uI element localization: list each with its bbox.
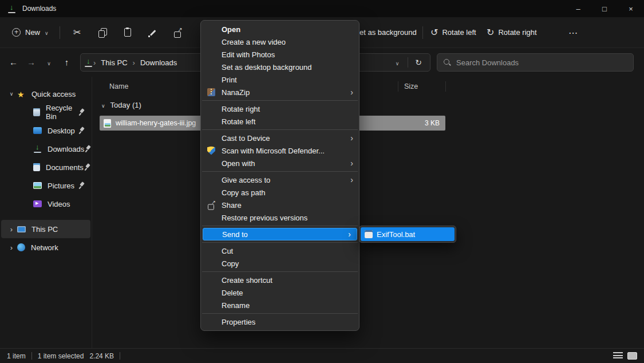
chevron-icon[interactable] <box>6 225 17 234</box>
thumbnail-view-icon[interactable] <box>627 352 637 360</box>
context-menu-item[interactable]: Send to <box>203 228 357 240</box>
forward-button[interactable] <box>22 54 40 72</box>
context-menu-item[interactable]: Rotate right <box>201 102 359 115</box>
context-menu-item[interactable]: Scan with Microsoft Defender... <box>201 144 359 157</box>
rename-button[interactable] <box>140 23 165 42</box>
context-menu-item[interactable]: Rename <box>201 299 359 311</box>
sidebar-item[interactable]: Network <box>1 238 90 257</box>
sidebar-item-label: Desktop <box>48 127 75 135</box>
context-menu-item[interactable]: Copy as path <box>201 186 359 199</box>
recent-locations-button[interactable] <box>40 54 58 72</box>
sidebar-item-label: This PC <box>31 225 58 234</box>
menu-item-label: NanaZip <box>222 88 250 97</box>
context-menu-item[interactable]: Properties <box>201 315 359 328</box>
context-menu-item[interactable]: Set as desktop background <box>201 61 359 73</box>
status-divider <box>120 352 120 360</box>
pin-icon <box>84 145 91 152</box>
context-menu-item[interactable]: Edit with Photos <box>201 48 359 61</box>
submenu-arrow-icon <box>350 133 353 143</box>
sidebar-item[interactable]: Quick access <box>1 85 90 103</box>
sidebar-item[interactable]: Pictures <box>1 176 90 195</box>
context-menu-item[interactable]: Cut <box>201 244 359 257</box>
context-menu-item[interactable]: Print <box>201 73 359 86</box>
rotate-left-label: Rotate left <box>442 28 476 37</box>
context-menu-item[interactable]: Share <box>201 199 359 211</box>
file-explorer-window: Downloads – □ × New et as background Rot… <box>0 0 644 363</box>
context-menu-item[interactable]: Open with <box>201 157 359 169</box>
view-toggles <box>613 352 637 360</box>
column-divider[interactable] <box>398 81 398 92</box>
context-menu-item[interactable]: Rotate left <box>201 115 359 128</box>
minimize-button[interactable]: – <box>565 0 591 17</box>
close-button[interactable]: × <box>618 0 644 17</box>
more-options-button[interactable] <box>563 23 583 42</box>
copy-button[interactable] <box>90 23 115 42</box>
paste-button[interactable] <box>115 23 140 42</box>
context-menu-item[interactable]: Delete <box>201 286 359 299</box>
column-divider[interactable] <box>445 81 446 92</box>
sidebar-item[interactable]: Videos <box>1 195 90 213</box>
menu-item-icon <box>207 88 215 96</box>
search-input[interactable] <box>456 58 627 67</box>
context-menu-item[interactable]: Create shortcut <box>201 274 359 286</box>
context-menu-item[interactable]: Open <box>201 23 359 35</box>
rename-icon <box>148 28 157 37</box>
breadcrumb-this-pc[interactable]: This PC <box>96 58 132 67</box>
menu-item-label: Set as desktop background <box>222 63 312 72</box>
sidebar-item-label: Recycle Bin <box>46 104 78 121</box>
up-button[interactable] <box>58 54 76 72</box>
menu-item-label: Cut <box>222 247 233 255</box>
search-box[interactable] <box>437 53 634 72</box>
set-as-background-button-clipped[interactable]: et as background <box>359 17 417 48</box>
context-menu-item[interactable]: Cast to Device <box>201 132 359 144</box>
pin-icon <box>78 109 85 116</box>
sidebar-item-icon <box>17 90 26 98</box>
submenu-arrow-icon <box>348 230 351 239</box>
details-view-icon[interactable] <box>613 352 623 360</box>
sidebar-item-label: Videos <box>48 200 70 208</box>
status-bar: 1 item 1 item selected 2.24 KB <box>0 348 644 363</box>
rotate-right-button[interactable]: Rotate right <box>487 17 537 48</box>
group-label: Today (1) <box>110 101 141 109</box>
menu-separator <box>202 242 358 243</box>
cut-button[interactable] <box>65 23 90 42</box>
sidebar-item[interactable]: Desktop <box>1 121 90 140</box>
column-header-size[interactable]: Size <box>404 82 418 90</box>
back-button[interactable] <box>5 54 22 72</box>
breadcrumb-downloads[interactable]: Downloads <box>135 58 182 67</box>
downloads-app-icon <box>7 5 17 13</box>
address-bar-divider <box>408 57 408 68</box>
rotate-left-button[interactable]: Rotate left <box>430 17 476 48</box>
menu-item-label: Restore previous versions <box>222 214 307 222</box>
sidebar-item[interactable]: Recycle Bin <box>1 103 90 121</box>
group-header-today[interactable]: Today (1) <box>92 96 644 113</box>
new-button[interactable]: New <box>6 23 55 42</box>
menu-item-label: Create shortcut <box>222 276 272 285</box>
context-menu-item[interactable]: Create a new video <box>201 35 359 48</box>
context-menu-item[interactable]: NanaZip <box>201 86 359 98</box>
address-dropdown-button[interactable] <box>389 55 405 70</box>
submenu-item[interactable]: ExifTool.bat <box>361 227 455 241</box>
menu-item-label: Send to <box>222 230 248 239</box>
sidebar-item[interactable]: This PC <box>1 220 90 238</box>
context-menu-item[interactable]: Restore previous versions <box>201 211 359 224</box>
sidebar-item[interactable]: Downloads <box>1 140 90 158</box>
sidebar-item[interactable]: Documents <box>1 158 90 176</box>
image-file-icon <box>104 119 111 128</box>
chevron-icon[interactable] <box>6 91 17 97</box>
column-header-name[interactable]: Name <box>109 82 128 90</box>
cut-icon <box>73 27 81 38</box>
file-size: 3 KB <box>425 119 440 127</box>
collapse-group-icon[interactable] <box>101 101 105 109</box>
maximize-button[interactable]: □ <box>591 0 618 17</box>
menu-separator <box>202 313 358 314</box>
context-menu-item[interactable]: Give access to <box>201 173 359 186</box>
ellipsis-icon <box>568 27 578 38</box>
refresh-button[interactable] <box>410 55 426 70</box>
chevron-icon[interactable] <box>6 243 17 252</box>
context-menu-item[interactable]: Copy <box>201 257 359 270</box>
search-icon <box>443 58 451 66</box>
sidebar-item-icon <box>33 108 40 116</box>
share-button[interactable] <box>165 23 191 42</box>
selection-count: 1 item selected <box>38 352 84 360</box>
